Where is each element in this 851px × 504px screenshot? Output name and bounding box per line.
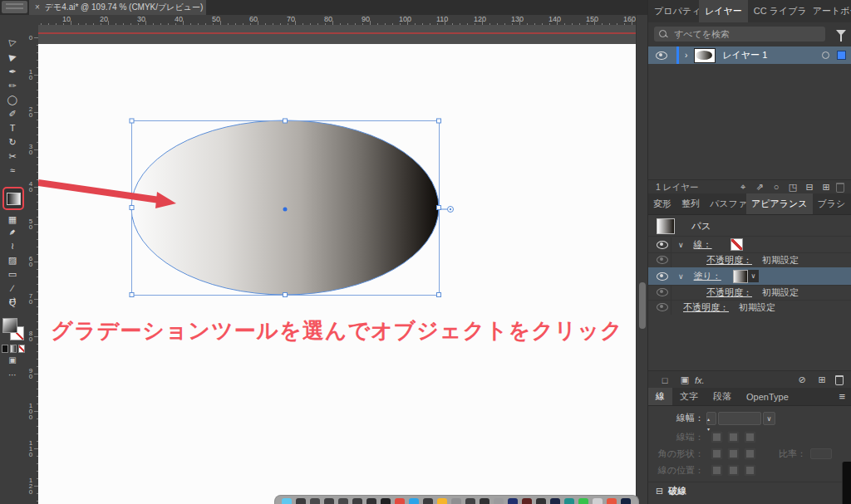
tab-layers[interactable]: レイヤー xyxy=(699,0,748,22)
search-input[interactable]: すべてを検索 xyxy=(654,27,825,42)
curvature-tool[interactable]: ✏ xyxy=(0,79,25,92)
handle-bottom-left[interactable] xyxy=(130,293,134,297)
dock-app-icon[interactable] xyxy=(465,498,475,504)
layer-name[interactable]: レイヤー 1 xyxy=(722,49,822,61)
stroke-expand-chevron-icon[interactable]: ∨ xyxy=(678,241,684,249)
dock-app-icon[interactable] xyxy=(409,498,419,504)
fill-swatch-dropdown-chevron[interactable]: ∨ xyxy=(748,270,759,282)
add-new-effect-icon[interactable]: fx. xyxy=(695,375,792,385)
align-stroke-center-icon[interactable] xyxy=(711,464,723,477)
gradient-tool[interactable] xyxy=(2,187,24,210)
stroke-none-swatch[interactable] xyxy=(730,238,743,251)
layer-expand-chevron-icon[interactable]: › xyxy=(685,51,687,60)
panel-menu-icon[interactable]: ≡ xyxy=(832,388,851,405)
search-layers-icon[interactable]: ○ xyxy=(768,182,785,193)
fill-row-label[interactable]: 塗り： xyxy=(694,270,721,282)
duplicate-item-icon[interactable]: ⊞ xyxy=(812,374,832,385)
layer-selection-indicator[interactable] xyxy=(837,51,846,60)
tab-pathfinder[interactable]: パスファインダー xyxy=(705,193,746,214)
type-tool[interactable]: T xyxy=(0,121,25,135)
stroke-row-label[interactable]: 線： xyxy=(694,238,712,251)
tab-artboards[interactable]: アートボード xyxy=(807,0,851,22)
none-button[interactable] xyxy=(18,345,25,353)
canvas-scrollbar-thumb[interactable] xyxy=(639,282,646,329)
dock-app-icon[interactable] xyxy=(437,498,447,504)
opacity-eye-icon[interactable] xyxy=(657,303,668,311)
layer-visibility-eye-icon[interactable] xyxy=(656,51,667,60)
dock-app-icon[interactable] xyxy=(607,498,617,504)
color-button[interactable] xyxy=(2,345,8,353)
stroke-weight-input[interactable] xyxy=(718,412,761,425)
opacity-eye-icon[interactable] xyxy=(657,288,668,296)
tab-properties[interactable]: プロパティ xyxy=(648,0,699,22)
layer-thumbnail[interactable] xyxy=(694,48,716,63)
stroke-visibility-eye-icon[interactable] xyxy=(657,241,668,249)
opacity-label[interactable]: 不透明度： xyxy=(706,286,752,299)
fill-stroke-indicator[interactable] xyxy=(2,318,24,341)
canvas[interactable]: グラデーションツールを選んでオブジェクトをクリック xyxy=(38,25,636,504)
layer-target-circle-icon[interactable] xyxy=(822,51,829,59)
handle-bottom-center[interactable] xyxy=(283,293,288,297)
corner-round-icon[interactable] xyxy=(727,448,740,460)
handle-top-right[interactable] xyxy=(437,119,441,123)
appearance-row-path[interactable]: パス xyxy=(648,216,851,237)
blend-tool[interactable]: ≀ xyxy=(0,239,25,252)
close-document-icon[interactable]: × xyxy=(35,2,40,12)
dock-app-icon[interactable] xyxy=(480,498,489,504)
filter-icon[interactable] xyxy=(836,30,846,36)
handle-middle-right[interactable] xyxy=(437,206,441,210)
opacity-value[interactable]: 初期設定 xyxy=(739,301,775,314)
tab-character[interactable]: 文字 xyxy=(672,388,706,405)
corner-miter-icon[interactable] xyxy=(711,448,723,460)
add-new-fill-icon[interactable]: ▣ xyxy=(675,374,695,385)
draw-modes-icon[interactable]: ▣ xyxy=(0,355,25,365)
fill-swatch-gradient[interactable] xyxy=(2,318,17,333)
tab-stroke[interactable]: 線 xyxy=(648,388,672,405)
appearance-row-stroke[interactable]: ∨ 線： xyxy=(648,237,851,253)
handle-middle-left[interactable] xyxy=(130,206,134,210)
slice-tool[interactable]: ∕ xyxy=(0,281,25,295)
cap-butt-icon[interactable] xyxy=(711,431,723,443)
dock-app-icon[interactable] xyxy=(282,498,292,504)
dock-app-icon[interactable] xyxy=(621,498,631,504)
opacity-label[interactable]: 不透明度： xyxy=(706,254,752,267)
shaper-tool[interactable]: ≈ xyxy=(0,164,25,177)
zoom-tool[interactable]: Q xyxy=(0,296,25,309)
dock-app-icon[interactable] xyxy=(508,498,518,504)
dashed-line-checkbox[interactable]: ⊟ xyxy=(656,486,663,497)
opacity-value[interactable]: 初期設定 xyxy=(762,254,799,267)
dock-app-icon[interactable] xyxy=(366,498,376,504)
more-tools-icon[interactable]: ⋯ xyxy=(0,370,25,379)
new-sublayer-icon[interactable]: ⊟ xyxy=(801,182,818,193)
fill-expand-chevron-icon[interactable]: ∨ xyxy=(678,272,684,281)
miter-limit-input[interactable] xyxy=(810,448,832,459)
artboard-tool[interactable]: ▭ xyxy=(0,267,25,281)
gradient-button[interactable] xyxy=(10,345,17,353)
handle-top-left[interactable] xyxy=(130,119,134,123)
cap-round-icon[interactable] xyxy=(727,431,740,443)
dock-app-icon[interactable] xyxy=(550,498,560,504)
opacity-value[interactable]: 初期設定 xyxy=(762,286,799,299)
ellipse-tool[interactable]: ◯ xyxy=(0,93,25,106)
delete-layer-icon[interactable] xyxy=(836,183,844,193)
add-new-stroke-icon[interactable]: □ xyxy=(655,375,675,385)
canvas-scrollbar-track[interactable] xyxy=(636,15,648,504)
selection-tool[interactable]: ▷ xyxy=(0,35,25,48)
appearance-row-path-opacity[interactable]: 不透明度： 初期設定 xyxy=(648,300,851,315)
align-stroke-outside-icon[interactable] xyxy=(744,464,756,477)
dock-app-icon[interactable] xyxy=(593,498,603,504)
dock-app-icon[interactable] xyxy=(352,498,362,504)
layer-row[interactable]: › レイヤー 1 xyxy=(648,46,851,64)
handle-bottom-right[interactable] xyxy=(437,293,441,297)
dock-app-icon[interactable] xyxy=(494,498,504,504)
eyedropper-tool[interactable]: ✒ xyxy=(0,226,25,239)
appearance-row-stroke-opacity[interactable]: 不透明度： 初期設定 xyxy=(648,252,851,268)
object-center-point[interactable] xyxy=(283,208,288,212)
cap-projecting-icon[interactable] xyxy=(744,431,756,443)
new-layer-icon[interactable]: ⊞ xyxy=(818,182,834,193)
appearance-row-fill[interactable]: ∨ 塗り： ∨ xyxy=(648,267,851,286)
dock-app-icon[interactable] xyxy=(296,498,306,504)
tab-appearance[interactable]: アピアランス xyxy=(746,193,813,214)
tab-opentype[interactable]: OpenType xyxy=(739,388,796,405)
opacity-label[interactable]: 不透明度： xyxy=(683,301,729,314)
